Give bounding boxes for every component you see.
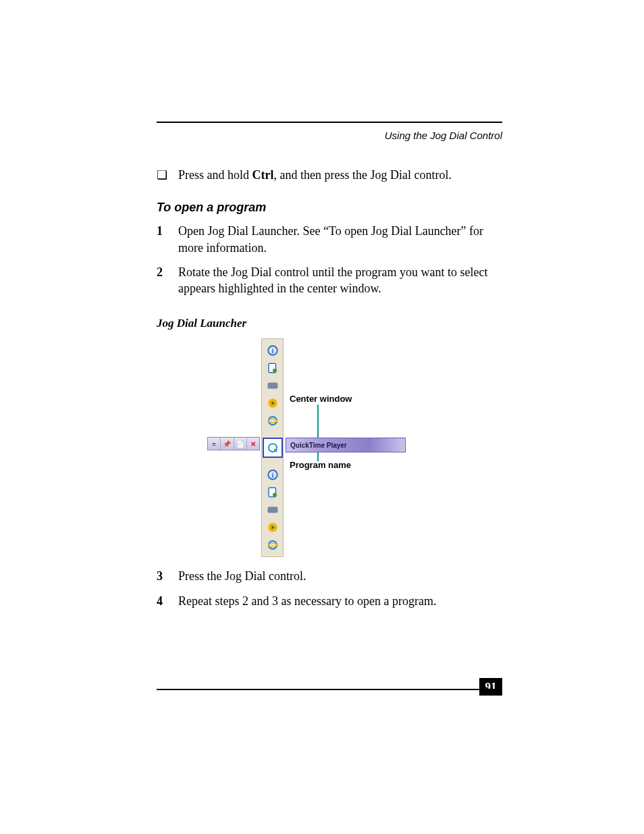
step-text: Open Jog Dial Launcher. See “To open Jog… [178,223,502,256]
step-text: Press the Jog Dial control. [178,568,306,584]
app-icon-document [265,361,280,375]
step-number: 3 [157,568,169,584]
app-icon-vaio [265,502,280,517]
step-text: Repeat steps 2 and 3 as necessary to ope… [178,593,436,609]
bullet-key: Ctrl [252,168,274,182]
svg-rect-4 [267,383,277,389]
tray-pin-icon: 📌 [221,438,234,450]
tray-file-icon: 📄 [234,438,247,450]
app-icon-document [265,485,280,500]
step-number: 4 [157,593,169,609]
selected-center-window [263,438,283,458]
step-row: 4 Repeat steps 2 and 3 as necessary to o… [157,593,502,609]
svg-point-7 [269,417,277,425]
svg-point-13 [273,493,277,497]
step-text: Rotate the Jog Dial control until the pr… [178,264,502,297]
svg-text:i: i [271,471,273,479]
app-icon-media [265,520,280,535]
svg-point-8 [269,419,277,423]
leader-line [317,452,319,461]
app-icon-info: i [265,343,280,358]
bullet-text-before: Press and hold [178,168,252,182]
svg-point-18 [269,544,277,547]
callout-center-window: Center window [290,394,352,404]
manual-page: Using the Jog Dial Control ❏ Press and h… [0,0,644,834]
svg-point-17 [269,541,277,549]
leader-line [317,405,319,438]
launcher-icon-strip: i i [261,338,284,557]
program-name-bar: QuickTime Player [286,438,406,452]
section-heading: To open a program [157,201,502,215]
app-icon-info: i [265,467,280,482]
svg-point-3 [273,369,277,373]
page-number: 91 [479,678,502,696]
app-icon-ie [265,538,280,552]
quicktime-icon [267,442,279,454]
svg-text:i: i [271,347,273,355]
launcher-tool-tray: ≡ 📌 📄 ✕ [207,437,260,450]
bullet-text: Press and hold Ctrl, and then press the … [178,167,452,183]
callout-program-name: Program name [290,460,351,470]
app-icon-media [265,396,280,411]
tray-close-button: ✕ [247,438,259,450]
running-head: Using the Jog Dial Control [157,130,502,141]
footer-rule [157,689,502,690]
step-number: 2 [157,264,169,297]
figure-caption: Jog Dial Launcher [157,317,502,330]
step-number: 1 [157,223,169,256]
bullet-marker-icon: ❏ [157,167,169,183]
tray-grip-icon: ≡ [208,438,221,450]
bullet-item: ❏ Press and hold Ctrl, and then press th… [157,167,502,183]
step-row: 1 Open Jog Dial Launcher. See “To open J… [157,223,502,256]
bullet-text-after: , and then press the Jog Dial control. [273,168,451,182]
app-icon-vaio [265,378,280,393]
step-row: 3 Press the Jog Dial control. [157,568,502,584]
step-row: 2 Rotate the Jog Dial control until the … [157,264,502,297]
svg-rect-14 [267,507,277,513]
jog-dial-launcher-figure: ≡ 📌 📄 ✕ i i QuickTime Player Center wind… [157,338,502,561]
app-icon-ie [265,413,280,428]
header-rule [157,122,502,123]
